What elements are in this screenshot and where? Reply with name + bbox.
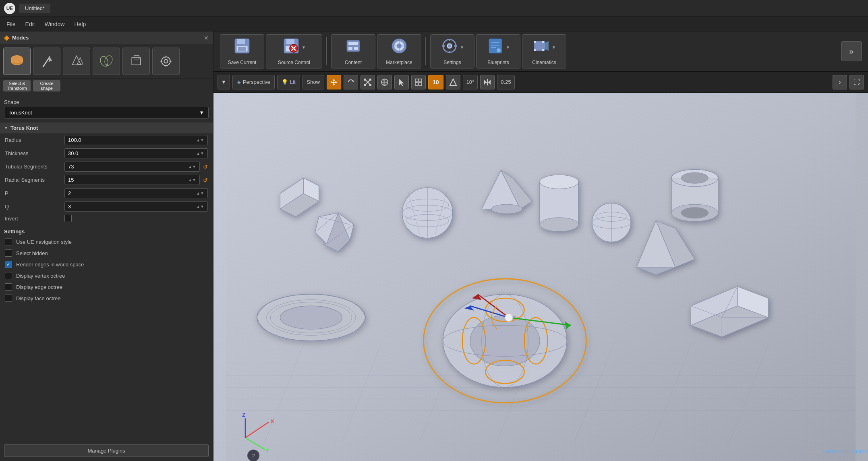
landscape-shape [69, 54, 84, 69]
modes-close-button[interactable]: ✕ [204, 35, 209, 41]
right-content: Save Current ▼ [213, 31, 868, 461]
svg-rect-52 [542, 41, 544, 43]
svg-point-125 [470, 316, 540, 366]
param-spinner-q[interactable]: ▲▼ [196, 204, 204, 209]
param-value-tubular-segments: 73 [68, 164, 74, 170]
mode-icon-geometry[interactable] [122, 48, 150, 75]
param-spinner-radial[interactable]: ▲▼ [188, 178, 196, 182]
svg-rect-39 [449, 39, 450, 41]
menu-edit[interactable]: Edit [25, 21, 35, 27]
param-spinner-radius[interactable]: ▲▼ [196, 138, 204, 142]
svg-marker-58 [331, 81, 332, 83]
menu-window[interactable]: Window [45, 21, 65, 27]
toolbar-content[interactable]: Content [331, 34, 375, 69]
torus-knot-header[interactable]: ▼ Torus Knot [0, 123, 213, 133]
section-collapse-arrow: ▼ [4, 126, 8, 130]
setting-row-select-hidden: Select hidden [0, 247, 213, 259]
tab-untitled[interactable]: Untitled* [19, 4, 50, 13]
param-spinner-thickness[interactable]: ▲▼ [196, 151, 204, 156]
setting-checkbox-face-octree[interactable] [5, 295, 12, 302]
viewport-grid-btn[interactable] [411, 75, 426, 89]
svg-marker-59 [336, 81, 337, 83]
viewport-arrow-right[interactable]: › [833, 75, 847, 89]
menu-file[interactable]: File [6, 21, 16, 27]
param-row-radius: Radius 100.0 ▲▼ [0, 133, 213, 147]
param-reset-radial[interactable]: ↺ [203, 177, 208, 183]
setting-label-vertex-octree: Display vertex octree [16, 273, 65, 279]
param-label-q: Q [5, 204, 61, 210]
mode-icon-landscape[interactable] [63, 48, 90, 75]
setting-checkbox-ue-nav[interactable] [5, 238, 12, 245]
viewport-snap-value[interactable]: 0.25 [497, 75, 514, 89]
svg-marker-49 [545, 41, 549, 51]
menu-bar: File Edit Window Help [0, 17, 868, 31]
setting-row-face-octree: Display face octree [0, 293, 213, 304]
viewport-show-btn[interactable]: Show [302, 75, 325, 89]
toolbar-expand-button[interactable]: » [841, 41, 862, 61]
svg-rect-30 [354, 47, 358, 50]
setting-checkbox-render-edges[interactable] [5, 261, 12, 268]
viewport-dropdown[interactable]: ▼ [218, 75, 230, 89]
param-input-tubular-segments[interactable]: 73 ▲▼ [64, 162, 200, 172]
viewport-snap-surface-btn[interactable] [446, 75, 460, 89]
viewport-move-btn[interactable] [327, 75, 341, 89]
toolbar-source-control[interactable]: ▼ Source Control [266, 34, 322, 69]
viewport-lit-btn[interactable]: 💡 Lit [277, 75, 300, 89]
setting-checkbox-vertex-octree[interactable] [5, 272, 12, 279]
param-spinner-p[interactable]: ▲▼ [196, 191, 204, 195]
viewport-scale-snap-btn[interactable] [480, 75, 495, 89]
setting-checkbox-edge-octree[interactable] [5, 283, 12, 291]
svg-rect-72 [415, 79, 418, 82]
param-value-thickness: 30.0 [68, 150, 78, 156]
param-input-radial-segments[interactable]: 15 ▲▼ [64, 175, 200, 185]
manage-plugins-button[interactable]: Manage Plugins [4, 444, 209, 457]
shape-dropdown[interactable]: TorusKnot ▼ [4, 107, 209, 118]
svg-point-113 [540, 175, 578, 189]
param-value-p: 2 [68, 190, 71, 196]
svg-marker-60 [352, 81, 354, 82]
param-spinner-tubular[interactable]: ▲▼ [188, 164, 196, 169]
viewport-rotate-btn[interactable] [344, 75, 358, 89]
menu-help[interactable]: Help [74, 21, 86, 27]
param-label-radius: Radius [5, 137, 61, 143]
viewport-scale-btn[interactable] [360, 75, 375, 89]
svg-rect-65 [364, 84, 366, 86]
setting-checkbox-select-hidden[interactable] [5, 249, 12, 257]
param-input-radius[interactable]: 100.0 ▲▼ [64, 135, 208, 145]
marketplace-label: Marketplace [386, 60, 412, 65]
viewport-perspective-btn[interactable]: ◈ Perspective [232, 75, 275, 89]
toolbar-blueprints[interactable]: ▼ Blueprints [476, 34, 520, 69]
mode-icon-tools[interactable] [152, 48, 180, 75]
viewport-maximize-btn[interactable]: ⛶ [849, 75, 864, 89]
toolbar-marketplace[interactable]: Marketplace [377, 34, 421, 69]
mode-icon-paint[interactable] [33, 48, 60, 75]
source-control-icon [282, 37, 300, 58]
viewport-angle-snap[interactable]: 10° [463, 75, 478, 89]
mode-label-select[interactable]: Select & Transform [3, 80, 31, 91]
param-input-thickness[interactable]: 30.0 ▲▼ [64, 148, 208, 158]
svg-marker-79 [484, 80, 487, 85]
content-icon [344, 37, 362, 58]
toolbar-cinematics[interactable]: ▼ Cinematics [522, 34, 566, 69]
torus-knot-title: Torus Knot [10, 125, 38, 131]
param-reset-tubular[interactable]: ↺ [203, 164, 208, 170]
viewport-grid-size[interactable]: 10 [428, 75, 443, 89]
svg-point-47 [497, 48, 501, 52]
viewport-world-btn[interactable] [377, 75, 392, 89]
blueprints-icon [487, 37, 504, 58]
settings-icon [441, 37, 458, 58]
toolbar-save-current[interactable]: Save Current [220, 34, 264, 69]
mode-icon-foliage[interactable] [93, 48, 120, 75]
svg-rect-42 [454, 45, 457, 47]
viewport-cursor-btn[interactable] [394, 75, 409, 89]
setting-label-face-octree: Display face octree [16, 295, 61, 301]
param-input-p[interactable]: 2 ▲▼ [64, 188, 208, 198]
viewport-3d[interactable]: X Y Z ? Level: Untitled (Persistent) [213, 93, 868, 461]
mode-icon-select-transform[interactable] [3, 48, 31, 75]
mode-label-create[interactable]: Create shape [33, 80, 60, 91]
perspective-label: Perspective [243, 79, 270, 85]
toolbar-settings[interactable]: ▼ Settings [430, 34, 474, 69]
foliage-shape [99, 54, 114, 69]
param-checkbox-invert[interactable] [64, 215, 72, 222]
param-input-q[interactable]: 3 ▲▼ [64, 201, 208, 212]
